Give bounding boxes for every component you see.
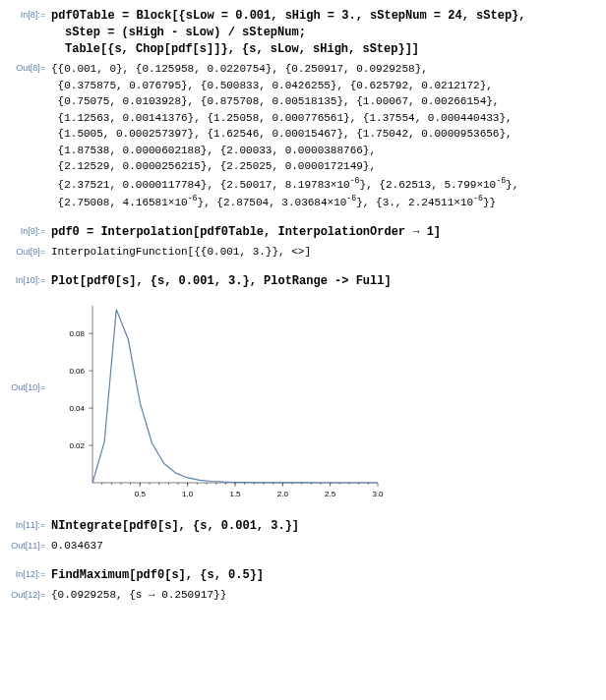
- in-label: In[9]:=: [8, 224, 51, 236]
- code-line: pdf0Table = Block[{sLow = 0.001, sHigh =…: [51, 8, 598, 25]
- in-label: In[10]:=: [8, 273, 51, 285]
- code-line: Table[{s, Chop[pdf[s]]}, {s, sLow, sHigh…: [51, 41, 598, 58]
- input-content: Plot[pdf0[s], {s, 0.001, 3.}, PlotRange …: [51, 273, 598, 290]
- input-cell-8: In[8]:= pdf0Table = Block[{sLow = 0.001,…: [8, 8, 598, 57]
- input-cell-11: In[11]:= NIntegrate[pdf0[s], {s, 0.001, …: [8, 518, 598, 535]
- output-content: {0.0929258, {s → 0.250917}}: [51, 588, 598, 603]
- input-content: pdf0 = Interpolation[pdf0Table, Interpol…: [51, 224, 598, 241]
- output-cell-11: Out[11]= 0.034637: [8, 539, 598, 554]
- output-content: {{0.001, 0}, {0.125958, 0.0220754}, {0.2…: [51, 61, 598, 210]
- input-content: NIntegrate[pdf0[s], {s, 0.001, 3.}]: [51, 518, 598, 535]
- output-content: 0.034637: [51, 539, 598, 554]
- svg-text:0.02: 0.02: [69, 441, 85, 450]
- out-label: Out[8]=: [8, 61, 51, 73]
- output-content: InterpolatingFunction[{{0.001, 3.}}, <>]: [51, 245, 598, 260]
- in-label: In[8]:=: [8, 8, 51, 20]
- in-label: In[12]:=: [8, 567, 51, 579]
- out-label: Out[9]=: [8, 245, 51, 257]
- svg-text:0.08: 0.08: [69, 329, 85, 338]
- input-cell-10: In[10]:= Plot[pdf0[s], {s, 0.001, 3.}, P…: [8, 273, 598, 290]
- output-data: {{0.001, 0}, {0.125958, 0.0220754}, {0.2…: [51, 63, 518, 207]
- svg-text:2.0: 2.0: [277, 490, 289, 498]
- in-label: In[11]:=: [8, 518, 51, 530]
- output-cell-12: Out[12]= {0.0929258, {s → 0.250917}}: [8, 588, 598, 603]
- svg-text:1.0: 1.0: [182, 490, 194, 498]
- output-plot: 0.51.01.52.02.53.00.020.040.060.08: [51, 294, 598, 508]
- svg-text:2.5: 2.5: [325, 490, 336, 498]
- input-content: pdf0Table = Block[{sLow = 0.001, sHigh =…: [51, 8, 598, 57]
- plot-chart: 0.51.01.52.02.53.00.020.040.060.08: [51, 298, 386, 504]
- output-cell-8: Out[8]= {{0.001, 0}, {0.125958, 0.022075…: [8, 61, 598, 210]
- svg-text:3.0: 3.0: [372, 490, 384, 498]
- svg-text:0.5: 0.5: [135, 490, 147, 498]
- code-line: sStep = (sHigh - sLow) / sStepNum;: [51, 25, 598, 41]
- svg-text:1.5: 1.5: [229, 490, 241, 498]
- out-label: Out[12]=: [8, 588, 51, 600]
- input-content: FindMaximum[pdf0[s], {s, 0.5}]: [51, 567, 598, 584]
- input-cell-12: In[12]:= FindMaximum[pdf0[s], {s, 0.5}]: [8, 567, 598, 584]
- input-cell-9: In[9]:= pdf0 = Interpolation[pdf0Table, …: [8, 224, 598, 241]
- out-label: Out[11]=: [8, 539, 51, 551]
- output-cell-9: Out[9]= InterpolatingFunction[{{0.001, 3…: [8, 245, 598, 260]
- svg-text:0.06: 0.06: [69, 367, 85, 376]
- output-cell-10: Out[10]= 0.51.01.52.02.53.00.020.040.060…: [8, 294, 598, 508]
- svg-text:0.04: 0.04: [69, 404, 85, 413]
- out-label: Out[10]=: [8, 294, 51, 392]
